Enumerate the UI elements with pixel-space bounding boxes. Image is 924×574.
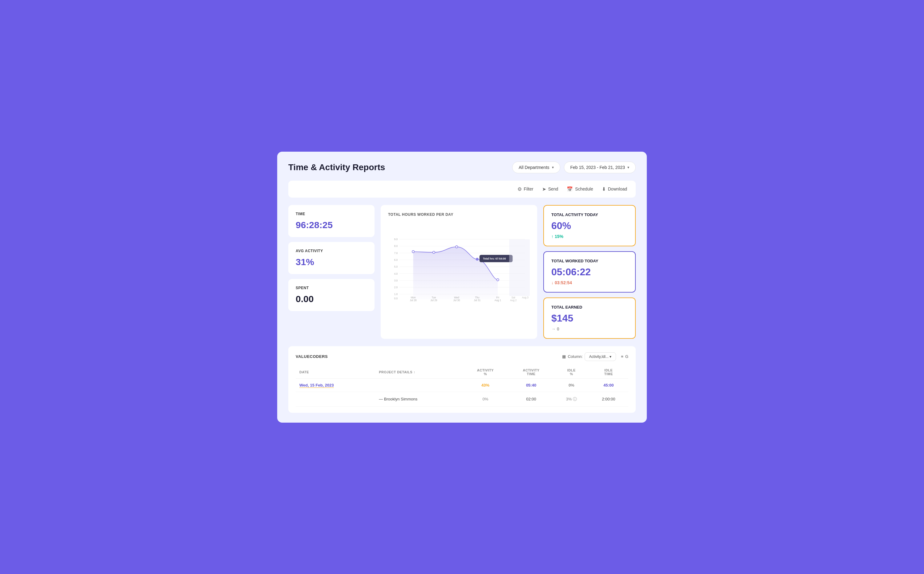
col-idle-time: IDLETIME	[589, 366, 628, 378]
svg-text:7.0: 7.0	[394, 252, 398, 254]
line-chart: 9.0 8.0 7.0 6.0 5.0 4.0 3.0 2.0 1.0 0.0	[388, 222, 530, 314]
col-act-pct: ACTIVITY%	[463, 366, 509, 378]
spent-card: SPENT 0.00	[288, 279, 374, 311]
cell-idle-time: 2:00:00	[589, 392, 628, 406]
svg-text:Total hrs: 67:54:00: Total hrs: 67:54:00	[483, 257, 506, 260]
cell-idle-pct: 0%	[554, 378, 589, 392]
svg-text:Aug 1: Aug 1	[494, 299, 501, 301]
col-act-time: ACTIVITYTIME	[508, 366, 554, 378]
table-header-row: VALUECODERS ▦ Column: Activity,Idl... ▾ …	[296, 352, 628, 361]
total-worked-card: TOTAL WORKED TODAY 05:06:22 ↓ 03:52:54	[543, 251, 636, 293]
column-dropdown[interactable]: Activity,Idl... ▾	[585, 352, 616, 361]
table-controls: ▦ Column: Activity,Idl... ▾ ≡ G	[562, 352, 628, 361]
department-dropdown[interactable]: All Departments ▾	[512, 162, 560, 173]
data-table: DATE PROJECT DETAILS ↑ ACTIVITY% ACTIVIT…	[296, 366, 628, 407]
svg-text:0.0: 0.0	[394, 297, 398, 300]
chart-card: TOTAL HOURS WORKED PER DAY 9.0 8.0	[381, 205, 537, 339]
table-head: DATE PROJECT DETAILS ↑ ACTIVITY% ACTIVIT…	[296, 366, 628, 378]
schedule-button[interactable]: 📅 Schedule	[567, 186, 593, 192]
svg-text:9.0: 9.0	[394, 238, 398, 241]
svg-text:Wed: Wed	[454, 296, 459, 299]
group-icon: ≡	[621, 354, 623, 359]
svg-text:Jul 29: Jul 29	[431, 299, 437, 301]
chevron-down-icon: ▾	[552, 165, 554, 170]
svg-text:Jul 30: Jul 30	[453, 299, 460, 301]
col-project: PROJECT DETAILS ↑	[375, 366, 462, 378]
svg-text:Jul 28: Jul 28	[410, 299, 417, 301]
header-row: Time & Activity Reports All Departments …	[288, 162, 636, 173]
total-activity-card: TOTAL ACTIVITY TODAY 60% ↑ 15%	[543, 205, 636, 246]
cell-act-time: 05:40	[508, 378, 554, 392]
content-grid: TIME 96:28:25 AVG ACTIVITY 31% SPENT 0.0…	[288, 205, 636, 339]
page-title: Time & Activity Reports	[288, 162, 385, 172]
header-controls: All Departments ▾ Feb 15, 2023 - Feb 21,…	[512, 162, 636, 173]
svg-text:5.0: 5.0	[394, 265, 398, 268]
left-stats: TIME 96:28:25 AVG ACTIVITY 31% SPENT 0.0…	[288, 205, 374, 339]
cell-member: — Brooklyn Simmons	[375, 392, 462, 406]
svg-text:4.0: 4.0	[394, 272, 398, 275]
svg-point-20	[433, 251, 435, 253]
svg-text:Sat: Sat	[511, 296, 515, 299]
cell-act-pct: 0%	[463, 392, 509, 406]
time-card: TIME 96:28:25	[288, 205, 374, 237]
svg-text:Fri: Fri	[496, 296, 499, 299]
calendar-icon: 📅	[567, 186, 573, 192]
svg-text:Aug 3: Aug 3	[522, 296, 528, 299]
column-selector-button[interactable]: ▦ Column: Activity,Idl... ▾	[562, 352, 616, 361]
table-section: VALUECODERS ▦ Column: Activity,Idl... ▾ …	[288, 346, 636, 413]
col-date: DATE	[296, 366, 375, 378]
table-header-row: DATE PROJECT DETAILS ↑ ACTIVITY% ACTIVIT…	[296, 366, 628, 378]
main-container: Time & Activity Reports All Departments …	[277, 152, 647, 423]
cell-project	[375, 378, 462, 392]
send-button[interactable]: ➤ Send	[542, 186, 558, 192]
cell-date	[296, 392, 375, 406]
bar-chart-icon: ▦	[562, 354, 566, 359]
download-button[interactable]: ⬇ Download	[602, 186, 627, 192]
send-icon: ➤	[542, 186, 546, 192]
col-idle-pct: IDLE%	[554, 366, 589, 378]
svg-text:Thu: Thu	[475, 296, 479, 299]
table-row: Wed, 15 Feb, 2023 43% 05:40 0% 45:00	[296, 378, 628, 392]
cell-date: Wed, 15 Feb, 2023	[296, 378, 375, 392]
chart-area: 9.0 8.0 7.0 6.0 5.0 4.0 3.0 2.0 1.0 0.0	[388, 222, 530, 314]
cell-idle-time: 45:00	[589, 378, 628, 392]
right-stats: TOTAL ACTIVITY TODAY 60% ↑ 15% TOTAL WOR…	[543, 205, 636, 339]
svg-text:Tue: Tue	[432, 296, 436, 299]
svg-text:Aug 2: Aug 2	[510, 299, 517, 301]
table-row: — Brooklyn Simmons 0% 02:00 3% ⓘ 2:00:00	[296, 392, 628, 406]
cell-act-pct: 43%	[463, 378, 509, 392]
svg-text:3.0: 3.0	[394, 279, 398, 282]
svg-text:8.0: 8.0	[394, 245, 398, 248]
filter-icon: ⚙	[517, 186, 522, 192]
svg-text:Jul 31: Jul 31	[474, 299, 481, 301]
svg-text:6.0: 6.0	[394, 259, 398, 262]
svg-point-21	[456, 246, 458, 248]
avg-activity-card: AVG ACTIVITY 31%	[288, 242, 374, 274]
toolbar-card: ⚙ Filter ➤ Send 📅 Schedule ⬇ Download	[288, 181, 636, 198]
svg-text:2.0: 2.0	[394, 286, 398, 289]
svg-point-23	[497, 278, 499, 281]
total-earned-card: TOTAL EARNED $145 → 0	[543, 298, 636, 339]
svg-text:Mon: Mon	[411, 296, 416, 299]
svg-rect-39	[509, 239, 530, 296]
download-icon: ⬇	[602, 186, 606, 192]
svg-point-19	[412, 250, 414, 252]
table-body: Wed, 15 Feb, 2023 43% 05:40 0% 45:00 — B…	[296, 378, 628, 406]
group-button[interactable]: ≡ G	[621, 354, 628, 359]
date-range-dropdown[interactable]: Feb 15, 2023 - Feb 21, 2023 ▾	[564, 162, 636, 173]
chevron-down-icon: ▾	[627, 165, 629, 170]
filter-button[interactable]: ⚙ Filter	[517, 186, 533, 192]
svg-text:1.0: 1.0	[394, 293, 398, 296]
svg-point-22	[476, 258, 478, 260]
cell-act-time: 02:00	[508, 392, 554, 406]
cell-idle-pct: 3% ⓘ	[554, 392, 589, 406]
